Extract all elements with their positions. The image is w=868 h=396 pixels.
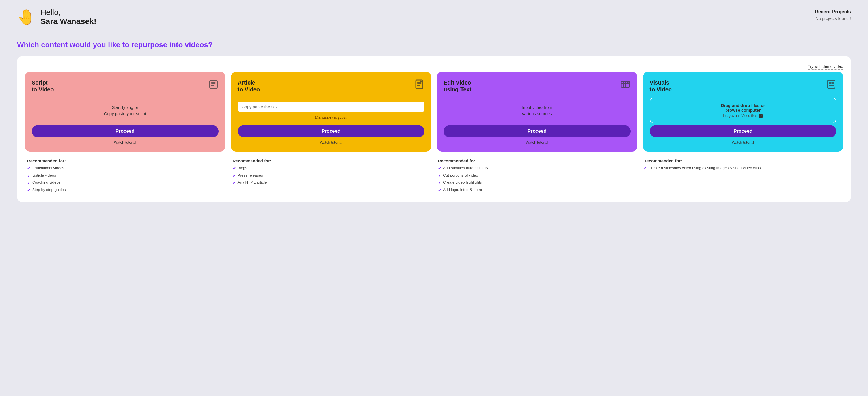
try-demo-link[interactable]: Try with demo video xyxy=(25,64,843,69)
proceed-button-script[interactable]: Proceed xyxy=(32,125,219,138)
article-icon xyxy=(414,79,424,92)
list-item: ✔Step by step guides xyxy=(27,187,225,193)
rec-title-1: Recommended for: xyxy=(233,158,430,163)
upload-box-sub: Images and Video files ? xyxy=(654,114,833,118)
list-item: ✔Add logo, intro, & outro xyxy=(438,187,636,193)
card-body-visuals: Drag and drop files or browse computer I… xyxy=(650,98,837,123)
proceed-button-article[interactable]: Proceed xyxy=(238,125,425,138)
greeting-name: Sara Wanasek! xyxy=(40,17,96,26)
check-icon: ✔ xyxy=(644,166,647,172)
check-icon: ✔ xyxy=(233,173,236,179)
svg-rect-4 xyxy=(828,81,835,88)
check-icon: ✔ xyxy=(27,187,31,193)
card-article-to-video: Article to Video Use cmd+v to paste xyxy=(231,72,431,152)
card-title-script: Script to Video xyxy=(32,79,54,93)
list-item: ✔Coaching videos xyxy=(27,180,225,186)
rec-list-1: ✔Blogs ✔Press releases ✔Any HTML article xyxy=(233,165,430,186)
rec-title-2: Recommended for: xyxy=(438,158,636,163)
check-icon: ✔ xyxy=(438,166,441,172)
list-item: ✔Create video highlights xyxy=(438,180,636,186)
card-edit-video: Edit Video using Text Input video from v… xyxy=(437,72,637,152)
card-header-article: Article to Video xyxy=(238,79,425,93)
check-icon: ✔ xyxy=(233,166,236,172)
rec-list-0: ✔Educational videos ✔Listicle videos ✔Co… xyxy=(27,165,225,193)
greeting-text: Hello, Sara Wanasek! xyxy=(40,8,96,26)
watch-tutorial-link-edit[interactable]: Watch tutorial xyxy=(526,140,548,145)
check-icon: ✔ xyxy=(438,187,441,193)
card-body-script: Start typing or Copy paste your script xyxy=(32,98,219,123)
upload-box[interactable]: Drag and drop files or browse computer I… xyxy=(650,98,837,123)
proceed-button-edit[interactable]: Proceed xyxy=(444,125,630,138)
list-item: ✔Press releases xyxy=(233,173,430,179)
visuals-icon xyxy=(826,79,836,92)
upload-box-title: Drag and drop files or browse computer xyxy=(654,103,833,113)
url-input[interactable] xyxy=(238,101,425,112)
list-item: ✔Any HTML article xyxy=(233,180,430,186)
watch-tutorial-link-script[interactable]: Watch tutorial xyxy=(114,140,136,145)
card-title-article: Article to Video xyxy=(238,79,260,93)
watch-tutorial-link-article[interactable]: Watch tutorial xyxy=(320,140,342,145)
watch-tutorial-script[interactable]: Watch tutorial xyxy=(32,140,219,145)
card-visuals-to-video: Visuals to Video Drag and dr xyxy=(643,72,843,152)
card-script-to-video: Script to Video Start typing or Copy pas… xyxy=(25,72,225,152)
recommendations-grid: Recommended for: ✔Educational videos ✔Li… xyxy=(25,158,843,194)
svg-point-3 xyxy=(627,82,628,83)
rec-title-3: Recommended for: xyxy=(644,158,841,163)
script-icon xyxy=(208,79,219,92)
watch-tutorial-visuals[interactable]: Watch tutorial xyxy=(650,140,837,145)
greeting-section: 🤚 Hello, Sara Wanasek! xyxy=(17,8,96,26)
recent-projects-title: Recent Projects xyxy=(815,9,851,15)
watch-tutorial-edit[interactable]: Watch tutorial xyxy=(444,140,630,145)
rec-title-0: Recommended for: xyxy=(27,158,225,163)
rec-list-3: ✔Create a slideshow video using existing… xyxy=(644,165,841,172)
list-item: ✔Cut portions of video xyxy=(438,173,636,179)
paste-hint: Use cmd+v to paste xyxy=(315,115,347,120)
edit-video-icon xyxy=(620,79,630,92)
check-icon: ✔ xyxy=(27,173,31,179)
list-item: ✔Educational videos xyxy=(27,165,225,172)
top-bar: 🤚 Hello, Sara Wanasek! Recent Projects N… xyxy=(0,0,868,32)
card-header-visuals: Visuals to Video xyxy=(650,79,837,93)
watch-tutorial-article[interactable]: Watch tutorial xyxy=(238,140,425,145)
greeting-hello: Hello, xyxy=(40,8,96,17)
check-icon: ✔ xyxy=(27,166,31,172)
cards-wrapper: Try with demo video Script to Video xyxy=(17,56,851,202)
check-icon: ✔ xyxy=(438,173,441,179)
script-description: Start typing or Copy paste your script xyxy=(104,104,146,117)
waving-hand-icon: 🤚 xyxy=(17,10,35,24)
recommendation-col-3: Recommended for: ✔Create a slideshow vid… xyxy=(642,158,842,194)
list-item: ✔Create a slideshow video using existing… xyxy=(644,165,841,172)
list-item: ✔Add subtitles automatically xyxy=(438,165,636,172)
card-title-edit: Edit Video using Text xyxy=(444,79,472,93)
recommendation-col-2: Recommended for: ✔Add subtitles automati… xyxy=(437,158,637,194)
proceed-button-visuals[interactable]: Proceed xyxy=(650,125,837,138)
check-icon: ✔ xyxy=(27,180,31,186)
cards-grid: Script to Video Start typing or Copy pas… xyxy=(25,72,843,152)
list-item: ✔Listicle videos xyxy=(27,173,225,179)
card-header-edit: Edit Video using Text xyxy=(444,79,630,93)
edit-description: Input video from various sources xyxy=(522,104,552,117)
recommendation-col-0: Recommended for: ✔Educational videos ✔Li… xyxy=(26,158,226,194)
section-title: Which content would you like to repurpos… xyxy=(17,40,851,49)
svg-rect-5 xyxy=(829,82,831,84)
card-header-script: Script to Video xyxy=(32,79,219,93)
card-title-visuals: Visuals to Video xyxy=(650,79,672,93)
watch-tutorial-link-visuals[interactable]: Watch tutorial xyxy=(732,140,754,145)
recommendation-col-1: Recommended for: ✔Blogs ✔Press releases … xyxy=(231,158,431,194)
try-demo-anchor[interactable]: Try with demo video xyxy=(808,64,843,69)
check-icon: ✔ xyxy=(438,180,441,186)
card-body-edit: Input video from various sources xyxy=(444,98,630,123)
list-item: ✔Blogs xyxy=(233,165,430,172)
recent-projects-empty: No projects found ! xyxy=(815,16,851,21)
main-section: Which content would you like to repurpos… xyxy=(0,32,868,214)
check-icon: ✔ xyxy=(233,180,236,186)
rec-list-2: ✔Add subtitles automatically ✔Cut portio… xyxy=(438,165,636,193)
upload-help-icon: ? xyxy=(758,114,763,118)
card-body-article: Use cmd+v to paste xyxy=(238,98,425,123)
recent-projects-section: Recent Projects No projects found ! xyxy=(815,8,851,21)
